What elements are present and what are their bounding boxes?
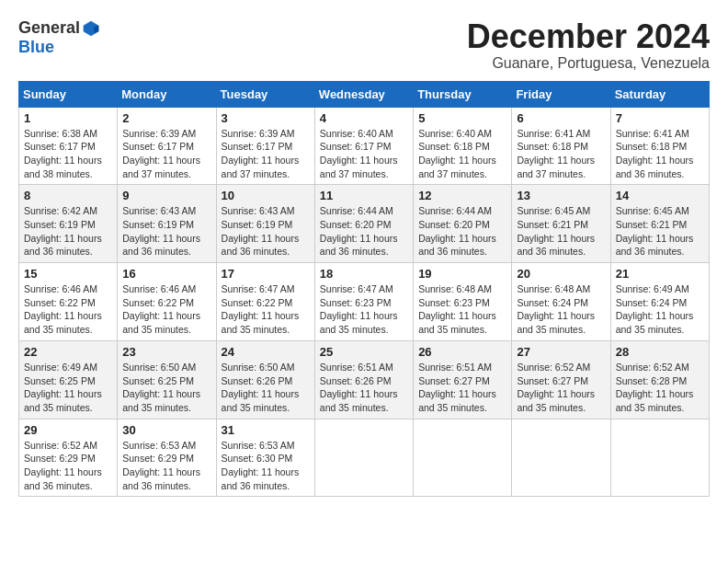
day-info: Sunrise: 6:52 AMSunset: 6:27 PMDaylight:… (517, 362, 595, 413)
day-info: Sunrise: 6:38 AMSunset: 6:17 PMDaylight:… (24, 128, 102, 179)
calendar-cell: 22 Sunrise: 6:49 AMSunset: 6:25 PMDaylig… (19, 340, 118, 419)
day-number: 15 (24, 267, 112, 281)
day-number: 19 (418, 267, 506, 281)
day-info: Sunrise: 6:51 AMSunset: 6:27 PMDaylight:… (418, 362, 496, 413)
day-info: Sunrise: 6:40 AMSunset: 6:18 PMDaylight:… (418, 128, 496, 179)
day-number: 30 (122, 423, 210, 437)
day-number: 28 (616, 345, 704, 359)
day-info: Sunrise: 6:50 AMSunset: 6:25 PMDaylight:… (122, 362, 200, 413)
day-info: Sunrise: 6:41 AMSunset: 6:18 PMDaylight:… (616, 128, 694, 179)
day-info: Sunrise: 6:49 AMSunset: 6:25 PMDaylight:… (24, 362, 102, 413)
day-info: Sunrise: 6:44 AMSunset: 6:20 PMDaylight:… (320, 205, 398, 257)
calendar-cell: 1 Sunrise: 6:38 AMSunset: 6:17 PMDayligh… (19, 107, 118, 185)
day-info: Sunrise: 6:46 AMSunset: 6:22 PMDaylight:… (24, 283, 102, 335)
day-info: Sunrise: 6:45 AMSunset: 6:21 PMDaylight:… (616, 205, 694, 257)
calendar-cell: 13 Sunrise: 6:45 AMSunset: 6:21 PMDaylig… (512, 185, 610, 263)
calendar-cell: 14 Sunrise: 6:45 AMSunset: 6:21 PMDaylig… (610, 185, 709, 263)
calendar-cell: 11 Sunrise: 6:44 AMSunset: 6:20 PMDaylig… (314, 185, 413, 263)
calendar-cell: 20 Sunrise: 6:48 AMSunset: 6:24 PMDaylig… (512, 263, 610, 341)
day-info: Sunrise: 6:53 AMSunset: 6:29 PMDaylight:… (122, 440, 200, 491)
day-number: 24 (222, 345, 310, 359)
day-info: Sunrise: 6:39 AMSunset: 6:17 PMDaylight:… (222, 128, 300, 179)
day-info: Sunrise: 6:44 AMSunset: 6:20 PMDaylight:… (418, 205, 496, 257)
logo: General Blue (18, 18, 100, 57)
calendar-cell: 8 Sunrise: 6:42 AMSunset: 6:19 PMDayligh… (19, 185, 118, 263)
day-number: 16 (122, 267, 210, 281)
calendar-cell: 3 Sunrise: 6:39 AMSunset: 6:17 PMDayligh… (216, 107, 314, 185)
calendar-cell: 2 Sunrise: 6:39 AMSunset: 6:17 PMDayligh… (118, 107, 216, 185)
day-number: 20 (517, 267, 605, 281)
calendar-table: SundayMondayTuesdayWednesdayThursdayFrid… (18, 81, 710, 498)
day-info: Sunrise: 6:43 AMSunset: 6:19 PMDaylight:… (222, 205, 300, 257)
day-info: Sunrise: 6:47 AMSunset: 6:23 PMDaylight:… (320, 283, 398, 335)
day-info: Sunrise: 6:42 AMSunset: 6:19 PMDaylight:… (24, 205, 102, 257)
calendar-cell: 10 Sunrise: 6:43 AMSunset: 6:19 PMDaylig… (216, 185, 314, 263)
day-number: 25 (320, 345, 408, 359)
day-info: Sunrise: 6:39 AMSunset: 6:17 PMDaylight:… (122, 128, 200, 179)
day-number: 6 (517, 111, 605, 125)
calendar-cell: 23 Sunrise: 6:50 AMSunset: 6:25 PMDaylig… (118, 340, 216, 419)
day-number: 29 (24, 423, 112, 437)
calendar-header-cell: Tuesday (216, 81, 314, 107)
calendar-cell: 4 Sunrise: 6:40 AMSunset: 6:17 PMDayligh… (314, 107, 413, 185)
calendar-week-row: 22 Sunrise: 6:49 AMSunset: 6:25 PMDaylig… (19, 340, 710, 419)
day-number: 31 (222, 423, 310, 437)
main-title: December 2024 (467, 18, 710, 55)
day-number: 2 (122, 111, 210, 125)
calendar-week-row: 29 Sunrise: 6:52 AMSunset: 6:29 PMDaylig… (19, 419, 710, 497)
calendar-cell: 9 Sunrise: 6:43 AMSunset: 6:19 PMDayligh… (118, 185, 216, 263)
day-number: 27 (517, 345, 605, 359)
calendar-cell: 21 Sunrise: 6:49 AMSunset: 6:24 PMDaylig… (610, 263, 709, 341)
day-number: 22 (24, 345, 112, 359)
calendar-cell (314, 419, 413, 497)
day-number: 17 (222, 267, 310, 281)
calendar-week-row: 8 Sunrise: 6:42 AMSunset: 6:19 PMDayligh… (19, 185, 710, 263)
calendar-cell: 6 Sunrise: 6:41 AMSunset: 6:18 PMDayligh… (512, 107, 610, 185)
day-info: Sunrise: 6:40 AMSunset: 6:17 PMDaylight:… (320, 128, 398, 179)
calendar-cell: 31 Sunrise: 6:53 AMSunset: 6:30 PMDaylig… (216, 419, 314, 497)
calendar-cell: 19 Sunrise: 6:48 AMSunset: 6:23 PMDaylig… (414, 263, 512, 341)
subtitle: Guanare, Portuguesa, Venezuela (467, 55, 710, 72)
day-number: 14 (616, 189, 704, 202)
day-number: 4 (320, 111, 408, 125)
title-block: December 2024 Guanare, Portuguesa, Venez… (467, 18, 710, 72)
calendar-cell: 24 Sunrise: 6:50 AMSunset: 6:26 PMDaylig… (216, 340, 314, 419)
day-number: 7 (616, 111, 704, 125)
calendar-cell: 29 Sunrise: 6:52 AMSunset: 6:29 PMDaylig… (19, 419, 118, 497)
day-number: 13 (517, 189, 605, 202)
day-number: 12 (418, 189, 506, 202)
calendar-week-row: 15 Sunrise: 6:46 AMSunset: 6:22 PMDaylig… (19, 263, 710, 341)
calendar-header-cell: Thursday (414, 81, 512, 107)
day-info: Sunrise: 6:52 AMSunset: 6:29 PMDaylight:… (24, 440, 102, 491)
day-info: Sunrise: 6:41 AMSunset: 6:18 PMDaylight:… (517, 128, 595, 179)
day-info: Sunrise: 6:48 AMSunset: 6:24 PMDaylight:… (517, 283, 595, 335)
day-number: 8 (24, 189, 112, 202)
day-number: 26 (418, 345, 506, 359)
day-info: Sunrise: 6:47 AMSunset: 6:22 PMDaylight:… (222, 283, 300, 335)
calendar-header-row: SundayMondayTuesdayWednesdayThursdayFrid… (19, 81, 710, 107)
calendar-week-row: 1 Sunrise: 6:38 AMSunset: 6:17 PMDayligh… (19, 107, 710, 185)
day-number: 5 (418, 111, 506, 125)
calendar-cell: 28 Sunrise: 6:52 AMSunset: 6:28 PMDaylig… (610, 340, 709, 419)
calendar-cell (512, 419, 610, 497)
calendar-cell (414, 419, 512, 497)
day-number: 10 (222, 189, 310, 202)
calendar-cell: 5 Sunrise: 6:40 AMSunset: 6:18 PMDayligh… (414, 107, 512, 185)
day-info: Sunrise: 6:50 AMSunset: 6:26 PMDaylight:… (222, 362, 300, 413)
calendar-cell: 27 Sunrise: 6:52 AMSunset: 6:27 PMDaylig… (512, 340, 610, 419)
calendar-cell: 16 Sunrise: 6:46 AMSunset: 6:22 PMDaylig… (118, 263, 216, 341)
calendar-cell: 18 Sunrise: 6:47 AMSunset: 6:23 PMDaylig… (314, 263, 413, 341)
day-info: Sunrise: 6:53 AMSunset: 6:30 PMDaylight:… (222, 440, 300, 491)
logo-icon (82, 19, 100, 38)
calendar-header-cell: Friday (512, 81, 610, 107)
day-info: Sunrise: 6:51 AMSunset: 6:26 PMDaylight:… (320, 362, 398, 413)
day-info: Sunrise: 6:49 AMSunset: 6:24 PMDaylight:… (616, 283, 694, 335)
calendar-cell: 17 Sunrise: 6:47 AMSunset: 6:22 PMDaylig… (216, 263, 314, 341)
day-number: 23 (122, 345, 210, 359)
day-info: Sunrise: 6:52 AMSunset: 6:28 PMDaylight:… (616, 362, 694, 413)
day-number: 21 (616, 267, 704, 281)
day-info: Sunrise: 6:48 AMSunset: 6:23 PMDaylight:… (418, 283, 496, 335)
calendar-cell: 12 Sunrise: 6:44 AMSunset: 6:20 PMDaylig… (414, 185, 512, 263)
day-number: 3 (222, 111, 310, 125)
calendar-cell (610, 419, 709, 497)
